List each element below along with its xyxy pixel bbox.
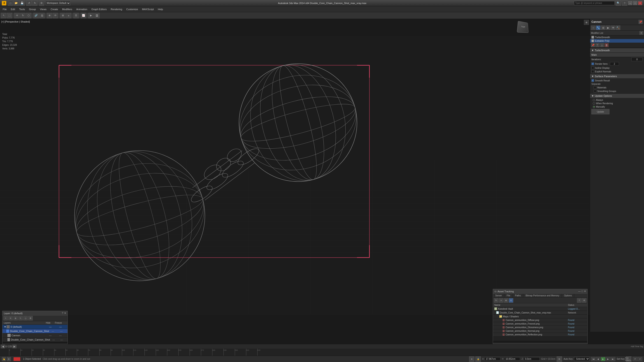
update-options-header[interactable]: ▼ Update Options (590, 94, 644, 98)
main-rollout-label[interactable]: Main (590, 53, 644, 57)
menu-file[interactable]: File (1, 7, 8, 11)
minimize-btn[interactable]: — (628, 1, 632, 5)
asset-row-maps[interactable]: 📂 Maps / Shaders (493, 315, 587, 319)
asset-help-btn[interactable]: ? (577, 298, 582, 303)
y-coord-input[interactable] (504, 357, 520, 361)
playback-next-btn[interactable]: ▶ (606, 357, 610, 361)
asset-tab-server[interactable]: Server (493, 294, 504, 298)
snap-icon[interactable]: ⊕ (469, 356, 474, 362)
asset-tab-bitmap[interactable]: Bitmap Performance and Memory (523, 294, 562, 298)
asset-detail-btn[interactable]: ⊞ (504, 298, 508, 303)
asset-row-diffuse[interactable]: 🖼 Cannon_ammunition_Diffuse.png Found (493, 319, 587, 322)
object-panel-btn[interactable]: ○ (591, 25, 596, 30)
iterations-input[interactable] (631, 57, 643, 61)
x-coord-input[interactable] (485, 357, 500, 361)
workspace-select[interactable]: Workspace: Default (46, 1, 70, 5)
asset-row-normal[interactable]: 🖼 Cannon_ammunition_Normal.png Found (493, 329, 587, 333)
asset-row-glossiness[interactable]: 🖼 Cannon_ammunition_Glossiness.png Found (493, 326, 587, 329)
render-iters-checkbox[interactable]: ✓ (592, 62, 594, 65)
timeline-prev-btn[interactable]: ◀ (1, 345, 5, 348)
rotate-btn[interactable]: ↻ (20, 13, 26, 18)
utility-panel-btn[interactable]: 🔨 (616, 25, 620, 30)
layers-close-btn[interactable]: ✕ (64, 312, 66, 315)
asset-row-reflection[interactable]: 🖼 Cannon_ammunition_Reflection.png Found (493, 333, 587, 337)
playback-prev-btn[interactable]: ◀ (596, 357, 600, 361)
asset-refresh-btn[interactable]: ↻ (494, 298, 498, 303)
angle-snap-btn[interactable]: ⟳ (52, 13, 58, 18)
frame-time-btn[interactable]: ⏱ (633, 357, 637, 361)
key-mode-select[interactable]: Selected (574, 357, 590, 361)
display-panel-btn[interactable]: 👁 (611, 25, 615, 30)
menu-customize[interactable]: Customize (124, 7, 140, 11)
layer-row-cannon[interactable]: Cannon — — (2, 333, 68, 338)
modifier-editable-poly[interactable]: E Editable Poly (590, 39, 644, 43)
menu-tools[interactable]: Tools (18, 7, 27, 11)
layers-select-btn[interactable]: ↖ (18, 316, 23, 321)
open-btn[interactable]: 📂 (14, 0, 19, 6)
select-region-btn[interactable]: ⬚ (7, 13, 12, 18)
asset-tab-file[interactable]: File (504, 294, 513, 298)
maximize-btn[interactable]: □ (633, 1, 637, 5)
asset-minimize-btn[interactable]: — (578, 290, 580, 293)
motion-panel-btn[interactable]: ▶ (606, 25, 610, 30)
asset-row-max-file[interactable]: 📄 Double_Core_Chain_Cannon_Shot_max_vray… (493, 311, 587, 315)
help-btn[interactable]: ? (622, 0, 627, 6)
key-filter-btn[interactable]: Key Filters... (626, 356, 631, 362)
stack-show-end-btn[interactable]: ⊤ (596, 43, 600, 47)
mirror-btn[interactable]: ⊞ (60, 13, 66, 18)
asset-row-vault[interactable]: 🏛 Autodesk Vault Logged O... (493, 307, 587, 311)
new-btn[interactable]: □ (8, 0, 13, 6)
layer-row-shot[interactable]: Double_Core_Chain_Cannon_Shot — — (2, 338, 68, 342)
modifier-turbosmooth[interactable]: T TurboSmooth (590, 35, 644, 39)
asset-list-btn[interactable]: ≡ (499, 298, 503, 303)
asset-thumb-btn[interactable]: ⊟ (509, 298, 513, 303)
undo-btn[interactable]: ↺ (26, 0, 32, 6)
link-btn[interactable]: 🔗 (34, 13, 39, 18)
asset-tab-paths[interactable]: Paths (513, 294, 524, 298)
menu-modifiers[interactable]: Modifiers (60, 7, 74, 11)
layers-add-selected-btn[interactable]: ⊕ (13, 316, 18, 321)
layer-row-chain[interactable]: Double_Core_Chain_Cannon_Shot — — (2, 329, 68, 333)
timeline-next-btn[interactable]: ▶ (12, 345, 16, 348)
status-icon-1[interactable]: 👆 (2, 357, 6, 361)
pin-btn[interactable]: 📌 (638, 20, 643, 24)
timeline-tracks[interactable]: 0 10 20 30 40 50 60 70 80 90 100 110 120… (0, 349, 644, 356)
menu-views[interactable]: Views (38, 7, 48, 11)
stack-remove-btn[interactable]: 🗑 (604, 43, 608, 47)
render-setup-btn[interactable]: ⚙ (39, 0, 44, 6)
modify-panel-btn[interactable]: 🔧 (596, 25, 600, 30)
close-btn[interactable]: ✕ (638, 1, 642, 5)
layer-row-default[interactable]: ▼ 0 (default) — — (2, 325, 68, 329)
asset-float-btn[interactable]: □ (582, 290, 583, 293)
asset-tab-options[interactable]: Options (562, 294, 574, 298)
layers-scrollbar[interactable] (2, 342, 68, 344)
curve-editor-btn[interactable]: 📈 (81, 13, 86, 18)
smooth-result-checkbox[interactable]: ✓ (592, 79, 594, 82)
align-btn[interactable]: ≡ (66, 13, 71, 18)
render-frame-btn[interactable]: 🖼 (94, 13, 100, 18)
save-btn[interactable]: 💾 (20, 0, 25, 6)
viewport-area[interactable]: [+] [Perspective | Shaded] Total Polys: … (0, 19, 590, 332)
asset-close-btn[interactable]: ✕ (584, 290, 586, 293)
grid-btn[interactable]: ⊞ (557, 356, 562, 362)
layers-settings-btn[interactable]: ⚙ (28, 316, 33, 321)
menu-edit[interactable]: Edit (9, 7, 17, 11)
playback-play-btn[interactable]: ▶ (601, 357, 606, 361)
redo-btn[interactable]: ↻ (32, 0, 38, 6)
stack-show-result-btn[interactable]: ⊥ (600, 43, 604, 47)
menu-group[interactable]: Group (27, 7, 38, 11)
manually-radio[interactable] (593, 106, 595, 108)
turbosmooth-header[interactable]: ▼ TurboSmooth (590, 48, 644, 52)
playback-start-btn[interactable]: |◀ (591, 357, 596, 361)
render-iters-input[interactable] (610, 62, 619, 66)
select-btn[interactable]: ↖ (1, 13, 6, 18)
menu-create[interactable]: Create (49, 7, 60, 11)
smoothing-groups-checkbox[interactable] (594, 90, 596, 92)
layers-help-btn[interactable]: ? (62, 312, 63, 315)
lock-icon[interactable]: 🔒 (476, 356, 481, 362)
layers-btn[interactable]: ☰ (73, 13, 79, 18)
layers-new-btn[interactable]: + (4, 316, 8, 321)
move-btn[interactable]: ✛ (14, 13, 20, 18)
search-btn[interactable]: 🔍 (616, 0, 621, 6)
stack-pin-btn[interactable]: 📌 (591, 43, 595, 47)
